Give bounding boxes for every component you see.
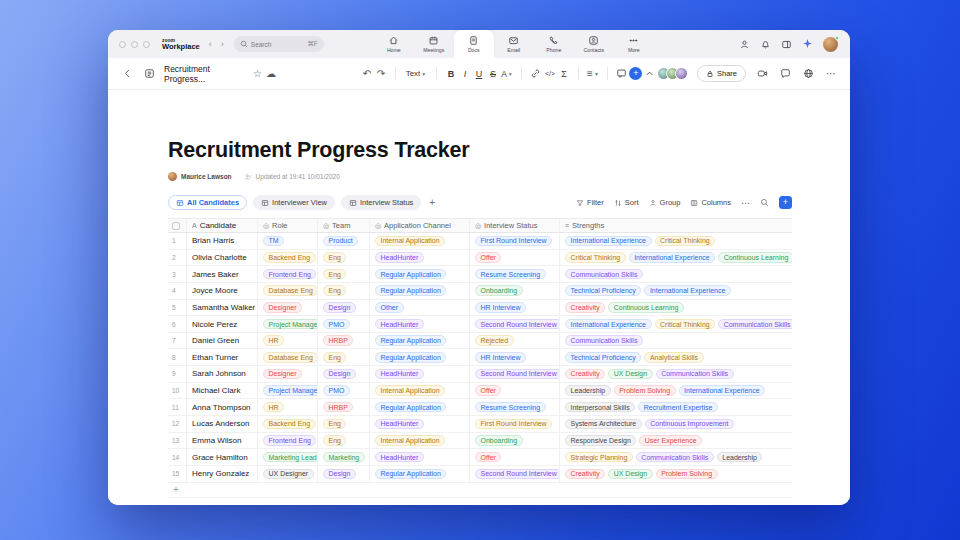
select-all-checkbox[interactable]	[172, 222, 180, 230]
strengths-cell[interactable]: International ExperienceCritical Thinkin…	[560, 233, 792, 249]
strengths-cell[interactable]: Interpersonal SkillsRecruitment Expertis…	[560, 399, 792, 415]
strengths-cell[interactable]: CreativityUX DesignProblem Solving	[560, 466, 792, 482]
nav-email[interactable]: Email	[494, 30, 534, 58]
align-dropdown[interactable]: ≡▼	[586, 65, 600, 83]
channel-cell[interactable]: Other	[370, 300, 470, 316]
channel-cell[interactable]: Regular Application	[370, 349, 470, 365]
status-cell[interactable]: HR Interview	[470, 300, 560, 316]
notifications-bell-icon[interactable]	[760, 39, 771, 50]
channel-cell[interactable]: Regular Application	[370, 466, 470, 482]
nav-meetings[interactable]: Meetings	[414, 30, 454, 58]
underline-button[interactable]: U	[472, 65, 486, 83]
team-cell[interactable]: Eng	[318, 416, 370, 432]
undo-icon[interactable]: ↶	[360, 65, 374, 83]
strengths-cell[interactable]: Systems ArchitectureContinuous Improveme…	[560, 416, 792, 432]
text-style-dropdown[interactable]: Text▼	[403, 65, 429, 83]
side-panel-icon[interactable]	[781, 39, 792, 50]
candidate-cell[interactable]: Anna Thompson	[187, 399, 258, 415]
strengths-cell[interactable]: Responsive DesignUser Experience	[560, 433, 792, 449]
candidate-cell[interactable]: Samantha Walker	[187, 300, 258, 316]
back-nav-icon[interactable]: ‹	[209, 39, 212, 49]
status-cell[interactable]: Second Round Interview	[470, 316, 560, 332]
minimize-window-button[interactable]	[131, 41, 138, 48]
select-all-cell[interactable]	[168, 219, 187, 232]
nav-more[interactable]: More	[614, 30, 654, 58]
role-cell[interactable]: Frontend Eng	[258, 433, 318, 449]
role-cell[interactable]: Project Manager	[258, 316, 318, 332]
redo-icon[interactable]: ↷	[374, 65, 388, 83]
bold-button[interactable]: B	[444, 65, 458, 83]
role-cell[interactable]: Backend Eng	[258, 250, 318, 266]
columns-button[interactable]: Columns	[690, 198, 731, 207]
channel-cell[interactable]: HeadHunter	[370, 416, 470, 432]
channel-cell[interactable]: Regular Application	[370, 266, 470, 282]
team-cell[interactable]: Eng	[318, 250, 370, 266]
channel-cell[interactable]: HeadHunter	[370, 366, 470, 382]
team-cell[interactable]: HRBP	[318, 399, 370, 415]
role-cell[interactable]: Marketing Lead	[258, 449, 318, 465]
role-cell[interactable]: Designer	[258, 366, 318, 382]
header-team[interactable]: ◎Team	[318, 219, 370, 232]
doc-home-icon[interactable]	[142, 65, 156, 83]
strengths-cell[interactable]: Technical ProficiencyInternational Exper…	[560, 283, 792, 299]
more-table-options-icon[interactable]: ⋯	[741, 198, 750, 208]
zoom-window-button[interactable]	[143, 41, 150, 48]
sort-button[interactable]: Sort	[614, 198, 639, 207]
role-cell[interactable]: Database Eng	[258, 349, 318, 365]
team-cell[interactable]: PMO	[318, 383, 370, 399]
strengths-cell[interactable]: CreativityUX DesignCommunication Skills	[560, 366, 792, 382]
channel-cell[interactable]: Regular Application	[370, 283, 470, 299]
link-icon[interactable]	[529, 65, 543, 83]
team-cell[interactable]: Design	[318, 300, 370, 316]
strengths-cell[interactable]: International ExperienceCritical Thinkin…	[560, 316, 792, 332]
role-cell[interactable]: Database Eng	[258, 283, 318, 299]
team-cell[interactable]: HRBP	[318, 333, 370, 349]
collapse-toolbar-icon[interactable]	[643, 65, 657, 83]
view-tab-all-candidates[interactable]: All Candidates	[168, 195, 247, 210]
text-color-dropdown[interactable]: A▼	[500, 65, 514, 83]
candidate-cell[interactable]: James Baker	[187, 266, 258, 282]
add-view-button[interactable]: +	[429, 197, 435, 208]
group-button[interactable]: Group	[649, 198, 681, 207]
add-record-button[interactable]: +	[779, 196, 792, 209]
status-cell[interactable]: HR Interview	[470, 349, 560, 365]
strengths-cell[interactable]: LeadershipProblem SolvingInternational E…	[560, 383, 792, 399]
close-window-button[interactable]	[119, 41, 126, 48]
team-cell[interactable]: Marketing	[318, 449, 370, 465]
status-cell[interactable]: Onboarding	[470, 433, 560, 449]
candidate-cell[interactable]: Nicole Perez	[187, 316, 258, 332]
header-strengths[interactable]: ≡Strengths	[560, 219, 792, 232]
channel-cell[interactable]: Internal Application	[370, 383, 470, 399]
code-icon[interactable]: </>	[543, 65, 557, 83]
role-cell[interactable]: Designer	[258, 300, 318, 316]
doc-title-truncated[interactable]: Recruitment Progress...	[164, 64, 245, 84]
team-cell[interactable]: Eng	[318, 349, 370, 365]
role-cell[interactable]: Project Manager	[258, 383, 318, 399]
channel-cell[interactable]: Internal Application	[370, 233, 470, 249]
role-cell[interactable]: HR	[258, 399, 318, 415]
strengths-cell[interactable]: Strategic PlanningCommunication SkillsLe…	[560, 449, 792, 465]
team-cell[interactable]: Eng	[318, 283, 370, 299]
team-cell[interactable]: Eng	[318, 433, 370, 449]
collaborator-avatars[interactable]	[657, 67, 688, 80]
chat-bubble-icon[interactable]	[778, 65, 792, 83]
italic-button[interactable]: I	[458, 65, 472, 83]
channel-cell[interactable]: Regular Application	[370, 399, 470, 415]
globe-icon[interactable]	[801, 65, 815, 83]
candidate-cell[interactable]: Daniel Green	[187, 333, 258, 349]
video-camera-icon[interactable]	[755, 65, 769, 83]
header-application-channel[interactable]: ◎Application Channel	[370, 219, 470, 232]
candidate-cell[interactable]: Henry Gonzalez	[187, 466, 258, 482]
candidate-cell[interactable]: Lucas Anderson	[187, 416, 258, 432]
candidate-cell[interactable]: Grace Hamilton	[187, 449, 258, 465]
view-tab-interview-status[interactable]: Interview Status	[341, 195, 421, 210]
role-cell[interactable]: TM	[258, 233, 318, 249]
filter-button[interactable]: Filter	[576, 198, 604, 207]
profile-person-icon[interactable]	[739, 39, 750, 50]
table-search-icon[interactable]	[760, 198, 769, 207]
channel-cell[interactable]: Internal Application	[370, 433, 470, 449]
candidate-cell[interactable]: Joyce Moore	[187, 283, 258, 299]
strengths-cell[interactable]: Critical ThinkingInternational Experienc…	[560, 250, 792, 266]
strengths-cell[interactable]: Technical ProficiencyAnalytical Skills	[560, 349, 792, 365]
nav-docs[interactable]: Docs	[454, 30, 494, 58]
